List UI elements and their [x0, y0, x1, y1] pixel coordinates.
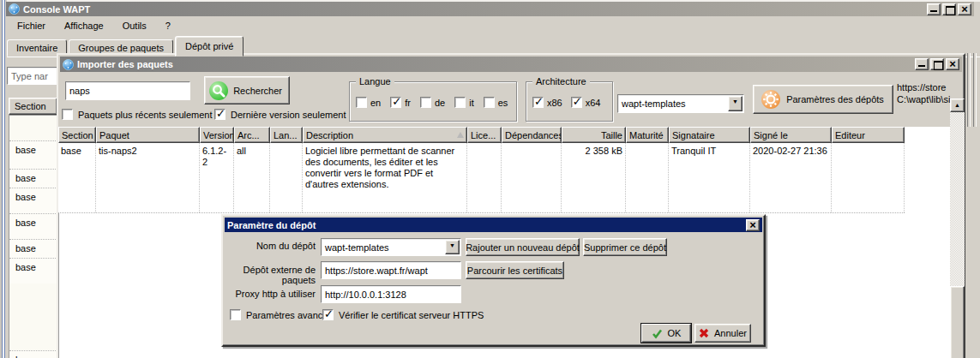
cell-signataire: Tranquil IT	[669, 143, 750, 212]
menu-affichage[interactable]: Affichage	[63, 19, 105, 33]
scrollbar-thumb[interactable]	[950, 286, 965, 358]
checkbox-label[interactable]: Dernière version seulement	[231, 110, 346, 120]
importer-titlebar: Importer des paquets	[60, 57, 962, 72]
checkbox-label[interactable]: Paramètres avancés	[246, 310, 333, 320]
maximize-icon[interactable]	[942, 3, 956, 15]
wapt-icon	[63, 59, 74, 70]
group-legend: Langue	[356, 76, 394, 87]
delete-repo-button[interactable]: Supprimer ce dépôt	[583, 238, 667, 256]
dialog-title: Importer des paquets	[77, 59, 173, 69]
cell-description: Logiciel libre permettant de scanner des…	[303, 143, 467, 212]
repository-select[interactable]: wapt-templates	[617, 94, 744, 113]
checkbox-label[interactable]: it	[469, 98, 474, 108]
chevron-down-icon[interactable]	[445, 240, 460, 254]
selected-value: wapt-templates	[322, 242, 444, 253]
close-icon[interactable]	[946, 58, 959, 70]
proxy-label: Proxy http à utiliser	[223, 289, 316, 299]
checkbox-label[interactable]: x86	[547, 98, 562, 108]
minimize-icon[interactable]	[915, 58, 929, 70]
window-left-frame	[0, 0, 7, 358]
column-header[interactable]: Lan...	[270, 127, 303, 143]
arch-x86-checkbox[interactable]	[532, 97, 544, 108]
grid-header: Section Paquet Version Arc... Lan... Des…	[58, 127, 905, 143]
filter-recent-only: Paquets plus récents seulement	[62, 109, 213, 120]
external-repo-input[interactable]	[321, 261, 461, 279]
checkbox-label[interactable]: x64	[586, 98, 601, 108]
lang-es-checkbox[interactable]	[484, 97, 495, 108]
chevron-down-icon[interactable]	[728, 96, 743, 111]
column-header[interactable]: Lice...	[467, 127, 502, 143]
column-header[interactable]: Arc...	[234, 127, 270, 143]
language-group: Langue en fr de it es	[349, 81, 517, 122]
repo-name-label: Nom du dépôt	[223, 241, 316, 251]
column-header[interactable]: Signataire	[669, 127, 750, 143]
recent-only-checkbox[interactable]	[62, 109, 73, 120]
checkbox-label[interactable]: fr	[405, 98, 411, 108]
arch-x64-checkbox[interactable]	[571, 97, 582, 108]
checkbox-label[interactable]: Paquets plus récents seulement	[78, 110, 213, 120]
repo-settings-button[interactable]: Paramètres des dépôts	[753, 85, 893, 114]
repo-url-line: https://store	[897, 81, 950, 93]
sort-ascending-icon	[457, 132, 464, 138]
sidebar-column-header[interactable]: Section	[9, 98, 57, 115]
column-header[interactable]: Version	[200, 127, 234, 143]
lang-fr-checkbox[interactable]	[390, 97, 401, 108]
search-icon	[208, 81, 228, 101]
close-icon[interactable]	[958, 3, 971, 15]
selected-value: wapt-templates	[618, 98, 727, 109]
lang-it-checkbox[interactable]	[454, 97, 466, 108]
maximize-icon[interactable]	[930, 58, 944, 70]
list-item[interactable]: base	[9, 239, 57, 258]
column-header[interactable]: Editeur	[832, 127, 905, 143]
lang-en-checkbox[interactable]	[356, 97, 367, 108]
column-header[interactable]: Taille	[562, 127, 626, 143]
scroll-up-icon[interactable]	[950, 98, 965, 112]
add-repo-button[interactable]: Rajouter un nouveau dépôt	[466, 238, 580, 256]
column-header-sorted[interactable]: Description	[303, 127, 467, 143]
advanced-params-option: Paramètres avancés	[230, 309, 333, 320]
checkbox-label[interactable]: de	[435, 98, 445, 108]
column-header[interactable]: Maturité	[626, 127, 669, 143]
repo-name-select[interactable]: wapt-templates	[321, 238, 461, 256]
search-button[interactable]: Rechercher	[204, 76, 290, 104]
right-frame-groove	[967, 53, 971, 127]
repo-settings-dialog: Paramètre du dépôt Nom du dépôt wapt-tem…	[221, 214, 766, 347]
ok-button[interactable]: OK	[641, 324, 691, 343]
list-item[interactable]: base	[9, 140, 57, 169]
menu-outils[interactable]: Outils	[121, 19, 148, 33]
cell-dependances	[502, 143, 562, 212]
vertical-scrollbar[interactable]	[950, 98, 965, 358]
lang-de-checkbox[interactable]	[420, 97, 431, 108]
cell-taille: 2 358 kB	[562, 143, 626, 212]
column-header[interactable]: Section	[58, 127, 96, 143]
checkbox-label[interactable]: Vérifier le certificat serveur HTTPS	[339, 310, 484, 320]
menubar: Fichier Affichage Outils ?	[7, 17, 971, 34]
checkbox-label[interactable]: es	[498, 98, 508, 108]
close-icon[interactable]	[746, 219, 760, 231]
last-version-checkbox[interactable]	[214, 109, 225, 120]
architecture-group: Architecture x86 x64	[526, 81, 613, 122]
menu-help[interactable]: ?	[164, 19, 172, 33]
column-header[interactable]: Dépendances	[502, 127, 562, 143]
column-header[interactable]: Signé le	[750, 127, 832, 143]
cell-version: 6.1.2-2	[200, 143, 234, 212]
table-row[interactable]: base tis-naps2 6.1.2-2 all Logiciel libr…	[58, 143, 905, 213]
advanced-params-checkbox[interactable]	[230, 309, 241, 320]
list-item[interactable]: base	[9, 258, 57, 283]
cancel-button[interactable]: Annuler	[694, 324, 751, 343]
browse-certificates-button[interactable]: Parcourir les certificats	[466, 261, 564, 279]
cell-architecture: all	[234, 143, 270, 212]
list-item[interactable]: base	[9, 350, 57, 358]
column-header[interactable]: Paquet	[96, 127, 200, 143]
list-item[interactable]: base	[9, 213, 57, 239]
menu-fichier[interactable]: Fichier	[15, 19, 47, 33]
checkbox-label[interactable]: en	[370, 98, 381, 108]
minimize-icon[interactable]	[927, 3, 941, 15]
tab-depot-prive[interactable]: Dépôt privé	[175, 36, 243, 57]
wapt-icon	[9, 3, 20, 15]
verify-https-checkbox[interactable]	[322, 309, 334, 320]
list-item[interactable]: base	[9, 169, 57, 188]
list-item[interactable]: base	[9, 188, 57, 213]
package-search-input[interactable]	[65, 81, 190, 100]
proxy-input[interactable]	[321, 285, 461, 303]
